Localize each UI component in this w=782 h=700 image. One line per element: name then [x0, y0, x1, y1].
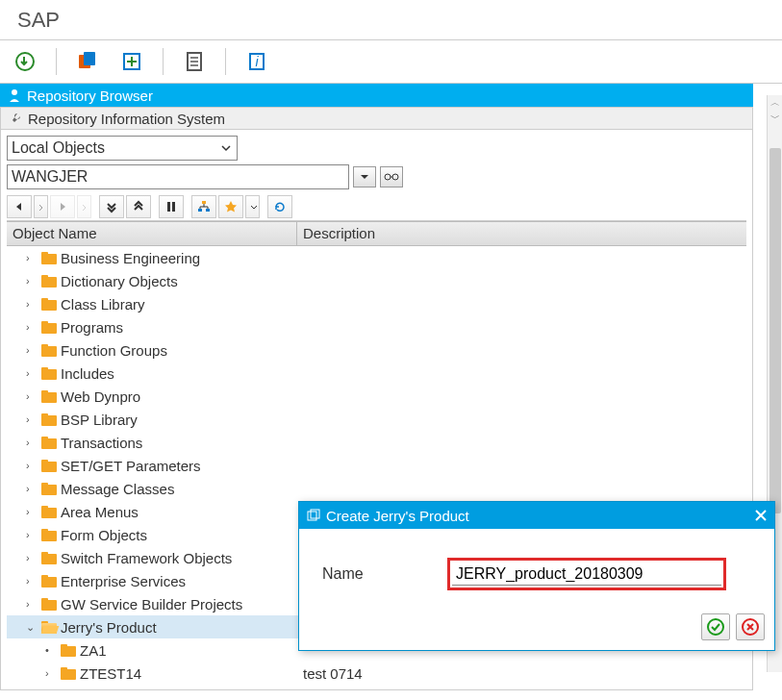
folder-icon	[41, 390, 57, 403]
folder-icon	[41, 367, 57, 380]
expand-icon[interactable]: ›	[26, 344, 38, 356]
tree-row[interactable]: ›Includes	[7, 362, 746, 385]
expand-icon[interactable]: ›	[26, 575, 38, 587]
tree-row[interactable]: ›Transactions	[7, 431, 746, 454]
tree-label: Transactions	[61, 435, 142, 451]
close-icon[interactable]	[755, 510, 767, 521]
expand-icon[interactable]: ›	[26, 552, 38, 563]
tree-row[interactable]: ›Web Dynpro	[7, 385, 746, 408]
info-icon[interactable]: i	[243, 48, 270, 75]
worklist-icon[interactable]	[181, 48, 208, 75]
tree-row[interactable]: ›Business Engineering	[7, 246, 746, 269]
separator	[225, 48, 226, 75]
scroll-thumb[interactable]	[769, 148, 781, 513]
svg-rect-11	[172, 202, 175, 212]
user-field[interactable]: WANGJER	[7, 164, 349, 189]
name-label: Name	[322, 565, 447, 583]
tree-row[interactable]: ›Programs	[7, 315, 746, 338]
tree-row[interactable]: ›Class Library	[7, 292, 746, 315]
name-input[interactable]	[452, 562, 721, 586]
scope-selector[interactable]: Local Objects	[7, 136, 238, 161]
folder-icon	[41, 298, 57, 311]
svg-rect-13	[198, 209, 202, 212]
svg-text:i: i	[255, 54, 259, 69]
expand-icon[interactable]: ›	[26, 460, 38, 471]
expand-icon[interactable]: ›	[26, 252, 38, 263]
expand-icon[interactable]: ›	[26, 298, 38, 310]
collapse-icon[interactable]: ⌄	[26, 621, 38, 634]
expand-icon[interactable]: •	[45, 644, 57, 656]
chevron-down-icon	[219, 141, 233, 155]
scroll-down-icon[interactable]: ﹀	[768, 111, 782, 126]
tree-row[interactable]: ›SET/GET Parameters	[7, 454, 746, 477]
svg-rect-14	[206, 209, 210, 212]
scroll-up-icon[interactable]: ︿	[768, 95, 782, 111]
tree-row[interactable]: ›Function Groups	[7, 338, 746, 362]
expand-icon[interactable]: ›	[26, 413, 38, 425]
tab-repository-browser[interactable]: Repository Browser	[0, 84, 753, 107]
tree-header: Object Name Description	[7, 221, 746, 246]
favorite-button[interactable]	[218, 195, 243, 218]
dialog-title-text: Create Jerry's Product	[326, 508, 469, 524]
tree-label: Enterprise Services	[61, 573, 186, 589]
scope-value: Local Objects	[12, 139, 105, 157]
expand-icon[interactable]: ›	[26, 598, 38, 610]
confirm-button[interactable]	[701, 613, 730, 640]
other-object-icon[interactable]	[74, 48, 101, 75]
wrench-icon	[9, 112, 22, 125]
folder-icon	[41, 529, 57, 541]
folder-icon	[41, 437, 57, 449]
expand-icon[interactable]: ›	[26, 275, 38, 287]
enhance-icon[interactable]	[118, 48, 145, 75]
glasses-display-icon[interactable]	[380, 166, 403, 188]
refresh-button[interactable]	[267, 195, 292, 218]
folder-icon	[41, 483, 57, 495]
folder-icon	[41, 575, 57, 588]
back-button[interactable]	[7, 195, 32, 218]
folder-icon	[41, 621, 57, 634]
find-button[interactable]	[159, 195, 184, 218]
hierarchy-button[interactable]	[191, 195, 216, 218]
tree-label: Switch Framework Objects	[61, 550, 232, 566]
collapse-all-button[interactable]	[126, 195, 151, 218]
expand-icon[interactable]: ›	[26, 321, 38, 333]
expand-icon[interactable]: ›	[26, 437, 38, 448]
expand-all-button[interactable]	[99, 195, 124, 218]
tree-label: Function Groups	[61, 342, 167, 359]
col-description[interactable]: Description	[297, 222, 746, 245]
favorite-list-button[interactable]	[245, 195, 260, 218]
forward-history-button[interactable]	[77, 195, 91, 218]
svg-rect-10	[167, 202, 170, 212]
tree-label: Business Engineering	[61, 250, 200, 266]
new-window-icon	[307, 509, 320, 522]
folder-icon	[41, 344, 57, 357]
tab-label: Repository Information System	[28, 111, 225, 127]
dialog-titlebar[interactable]: Create Jerry's Product	[299, 502, 774, 529]
expand-icon[interactable]: ›	[26, 483, 38, 494]
app-toolbar: i	[0, 40, 782, 84]
tree-label: Programs	[61, 319, 123, 336]
cancel-button[interactable]	[736, 613, 765, 640]
dropdown-button[interactable]	[353, 166, 376, 188]
expand-icon[interactable]: ›	[45, 667, 57, 679]
folder-icon	[41, 460, 57, 472]
name-field-highlight	[447, 558, 726, 590]
tree-label: Web Dynpro	[61, 388, 140, 405]
folder-icon	[61, 644, 76, 657]
tree-row[interactable]: ›Dictionary Objects	[7, 269, 746, 292]
forward-button[interactable]	[50, 195, 75, 218]
tab-repository-info[interactable]: Repository Information System	[0, 107, 753, 130]
tree-row[interactable]: ›Message Classes	[7, 477, 746, 500]
execute-icon[interactable]	[12, 48, 38, 75]
expand-icon[interactable]: ›	[26, 529, 38, 540]
col-object-name[interactable]: Object Name	[7, 222, 297, 245]
expand-icon[interactable]: ›	[26, 506, 38, 517]
tree-row-child[interactable]: ›ZTEST14test 0714	[7, 662, 746, 684]
svg-rect-16	[311, 510, 319, 518]
tree-desc: test 0714	[297, 665, 746, 682]
back-history-button[interactable]	[34, 195, 48, 218]
folder-icon	[41, 506, 57, 518]
expand-icon[interactable]: ›	[26, 390, 38, 402]
expand-icon[interactable]: ›	[26, 367, 38, 379]
tree-row[interactable]: ›BSP Library	[7, 408, 746, 431]
